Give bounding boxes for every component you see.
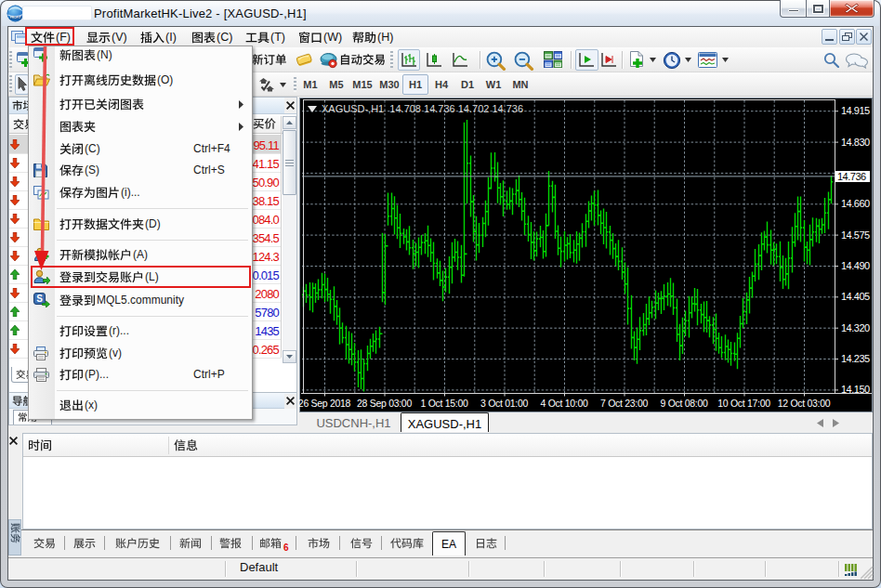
svg-text:S: S xyxy=(36,294,43,304)
